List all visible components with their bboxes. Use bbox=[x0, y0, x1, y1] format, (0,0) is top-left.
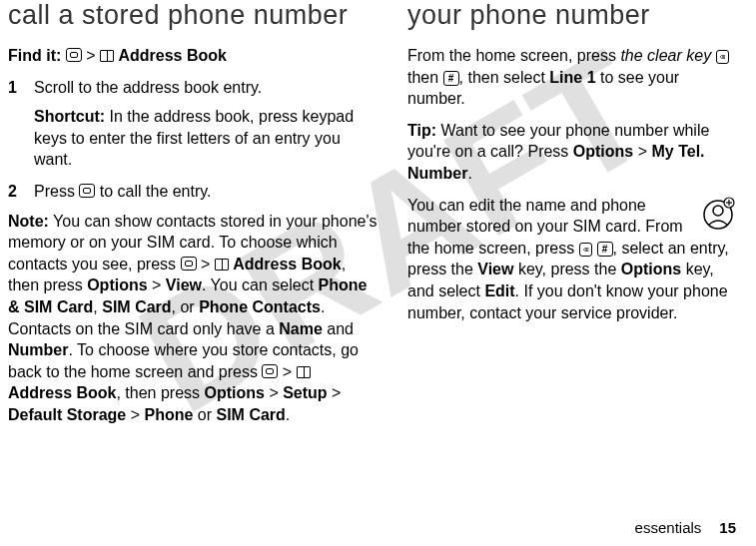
line1-label: Line 1 bbox=[549, 69, 595, 86]
view-key-label: View bbox=[477, 261, 513, 277]
step-2-pre: Press bbox=[34, 183, 79, 200]
r-p3c: key, press the bbox=[513, 261, 620, 277]
note-name: Name bbox=[279, 320, 323, 337]
note-simcard: SIM Card bbox=[217, 406, 286, 423]
step-2-body: Press to call the entry. bbox=[34, 181, 378, 203]
right-p3: You can edit the name and phone number s… bbox=[407, 195, 736, 324]
tip-gt: > bbox=[633, 143, 651, 160]
note-number: Number bbox=[8, 341, 68, 358]
step-1-num: 1 bbox=[8, 77, 34, 99]
step-1-text: Scroll to the address book entry. bbox=[34, 77, 378, 99]
left-column: call a stored phone number Find it: > Ad… bbox=[8, 0, 378, 436]
note-period: . bbox=[286, 406, 290, 423]
note-phone: Phone bbox=[144, 406, 193, 423]
note-label: Note: bbox=[8, 213, 49, 230]
tip-options: Options bbox=[573, 143, 633, 160]
left-heading: call a stored phone number bbox=[8, 0, 378, 31]
note-gt2: > bbox=[148, 276, 166, 293]
step-2-post: to call the entry. bbox=[95, 183, 211, 200]
r-p1a: From the home screen, press bbox=[407, 47, 620, 64]
page-footer: essentials15 bbox=[635, 519, 736, 536]
note-comma1: , bbox=[93, 298, 102, 315]
note-and: and bbox=[323, 320, 354, 337]
note-options: Options bbox=[87, 276, 147, 293]
step-1: 1 Scroll to the address book entry. bbox=[8, 77, 378, 99]
note-gt1: > bbox=[197, 256, 215, 273]
shortcut-block: Shortcut: In the address book, press key… bbox=[34, 106, 378, 171]
shortcut-label: Shortcut: bbox=[34, 108, 105, 125]
send-key-icon bbox=[79, 184, 95, 198]
note-block: Note: You can show contacts stored in yo… bbox=[8, 211, 378, 426]
r-then: then bbox=[407, 69, 443, 86]
book-icon-3 bbox=[297, 366, 311, 378]
book-icon bbox=[100, 50, 114, 62]
note-setup: Setup bbox=[283, 384, 327, 401]
edit-label: Edit bbox=[484, 282, 514, 299]
step-2-num: 2 bbox=[8, 181, 34, 203]
book-icon-2 bbox=[215, 259, 229, 271]
right-heading: your phone number bbox=[407, 0, 736, 31]
note-addressbook: Address Book bbox=[233, 256, 341, 273]
user-plus-icon bbox=[700, 195, 736, 231]
right-column: your phone number From the home screen, … bbox=[407, 0, 736, 436]
clear-key-icon: ⌫ bbox=[716, 50, 729, 64]
center-key-icon-3 bbox=[262, 364, 278, 378]
footer-section: essentials bbox=[635, 519, 702, 536]
r-p1b: , then select bbox=[459, 69, 550, 86]
note-phonecontacts: Phone Contacts bbox=[199, 298, 321, 315]
hash-key-icon-2: # bbox=[597, 242, 613, 257]
note-gt4: > bbox=[265, 384, 283, 401]
note-p1c: . You can select bbox=[202, 276, 319, 293]
note-or2: or bbox=[193, 406, 216, 423]
center-key-icon bbox=[66, 48, 82, 62]
step-2: 2 Press to call the entry. bbox=[8, 181, 378, 203]
clear-key-text: the clear key bbox=[620, 47, 711, 64]
note-gt3: > bbox=[278, 363, 296, 380]
note-addressbook2: Address Book bbox=[8, 384, 116, 401]
note-or: , or bbox=[172, 298, 200, 315]
gt-1: > bbox=[86, 47, 95, 64]
note-view: View bbox=[166, 276, 202, 293]
tip-label: Tip: bbox=[407, 122, 436, 139]
svg-point-1 bbox=[713, 206, 723, 216]
note-p2c: , then press bbox=[116, 384, 204, 401]
note-gt6: > bbox=[126, 406, 144, 423]
tip-block: Tip: Want to see your phone number while… bbox=[407, 120, 736, 185]
right-p1: From the home screen, press the clear ke… bbox=[407, 45, 736, 110]
hash-key-icon: # bbox=[443, 71, 459, 86]
find-it-label: Find it: bbox=[8, 47, 61, 64]
page-content: call a stored phone number Find it: > Ad… bbox=[0, 0, 756, 436]
footer-page-number: 15 bbox=[719, 519, 736, 536]
address-book-label: Address Book bbox=[118, 47, 226, 64]
center-key-icon-2 bbox=[181, 257, 197, 271]
options-key-label: Options bbox=[621, 261, 681, 277]
tip-period: . bbox=[467, 165, 471, 182]
note-gt5: > bbox=[328, 384, 342, 401]
note-sim: SIM Card bbox=[102, 298, 171, 315]
clear-key-icon-2: ⌫ bbox=[579, 243, 592, 257]
note-options2: Options bbox=[205, 384, 265, 401]
note-defstorage: Default Storage bbox=[8, 406, 126, 423]
find-it-line: Find it: > Address Book bbox=[8, 45, 378, 67]
